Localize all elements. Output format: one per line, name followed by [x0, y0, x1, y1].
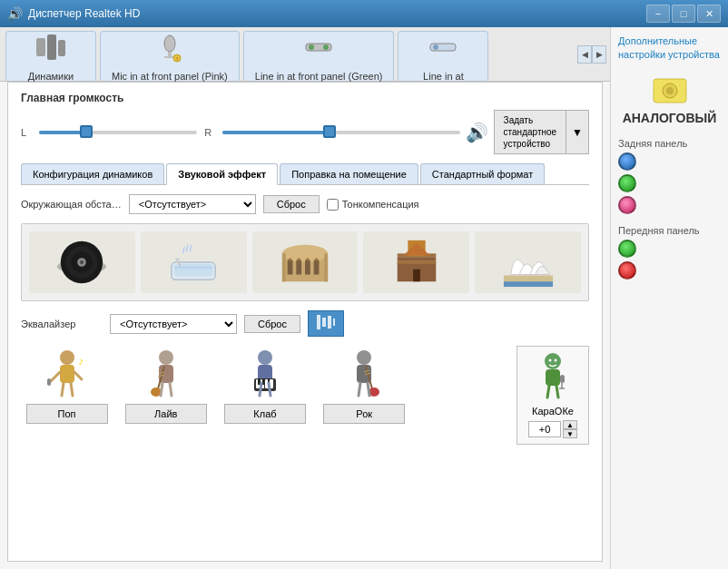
minimize-button[interactable]: −	[646, 5, 670, 23]
svg-point-9	[309, 44, 314, 50]
scene-colosseum[interactable]	[252, 231, 359, 293]
default-device-button[interactable]: Задать стандартное устройство ▼	[494, 110, 589, 154]
env-label: Окружающая обста…	[21, 199, 122, 210]
live-button[interactable]: Лайв	[125, 404, 207, 424]
club-icon	[233, 346, 297, 400]
titlebar-title: Диспетчер Realtek HD	[28, 7, 646, 20]
svg-rect-33	[305, 260, 310, 274]
jack-pink[interactable]	[618, 196, 636, 214]
svg-rect-32	[296, 260, 301, 274]
tab-line-front[interactable]: Line in at front panel (Green)	[243, 31, 395, 81]
jack-front-green[interactable]	[618, 240, 636, 258]
pop-button[interactable]: Поп	[26, 404, 108, 424]
inner-tabs: Конфигурация динамиков Звуковой эффект П…	[21, 163, 589, 185]
tab-nav-left[interactable]: ◀	[577, 45, 592, 64]
svg-line-49	[51, 372, 60, 381]
svg-point-55	[159, 350, 173, 365]
karaoke-value-input[interactable]	[528, 421, 561, 437]
svg-rect-36	[398, 260, 437, 264]
settings-link[interactable]: Дополнительные настройки устройства	[618, 34, 721, 63]
tab-nav-right[interactable]: ▶	[592, 45, 606, 64]
tab-sound-fx[interactable]: Звуковой эффект	[166, 163, 278, 185]
default-device-arrow[interactable]: ▼	[566, 110, 589, 154]
jack-green[interactable]	[618, 174, 636, 192]
vol-label-r: R	[204, 127, 215, 138]
tab-nav: ◀ ▶	[577, 27, 606, 81]
tab-line-in[interactable]: Line in at	[398, 31, 488, 81]
jack-green-row	[618, 174, 721, 192]
jack-blue-row	[618, 152, 721, 171]
content-area: Главная громкость L R �	[7, 82, 603, 562]
tab-speaker-config[interactable]: Конфигурация динамиков	[21, 163, 164, 184]
scene-opera[interactable]	[475, 231, 581, 293]
main-container: Динамики ! Mic in at front panel (Pink)	[0, 27, 728, 569]
svg-rect-23	[176, 258, 180, 263]
default-device-label[interactable]: Задать стандартное устройство	[494, 110, 566, 154]
tab-room-correction[interactable]: Поправка на помещение	[280, 163, 418, 184]
maximize-button[interactable]: □	[672, 5, 695, 23]
eq-select[interactable]: <Отсутствует>	[110, 314, 237, 334]
front-panel-title: Передняя панель	[618, 225, 721, 236]
analog-title: АНАЛОГОВЫЙ	[618, 111, 721, 125]
char-club: Клаб	[219, 346, 310, 424]
svg-rect-85	[560, 375, 565, 383]
mic-front-icon: !	[153, 31, 186, 69]
eq-reset-button[interactable]: Сброс	[244, 315, 300, 333]
scene-vinyl[interactable]	[29, 231, 135, 293]
svg-rect-0	[36, 38, 45, 56]
jack-pink-row	[618, 196, 721, 214]
tab-line-front-label: Line in at front panel (Green)	[255, 71, 383, 82]
svg-rect-31	[288, 260, 293, 274]
svg-point-18	[80, 260, 84, 264]
svg-rect-1	[47, 34, 56, 60]
svg-rect-40	[413, 270, 420, 282]
right-panel: Дополнительные настройки устройства АНАЛ…	[610, 27, 728, 569]
rock-button[interactable]: Рок	[323, 404, 405, 424]
svg-rect-41	[504, 276, 553, 283]
scene-bath[interactable]	[141, 231, 247, 293]
tab-dynamics[interactable]: Динамики	[5, 31, 96, 81]
svg-line-82	[368, 383, 369, 396]
svg-line-26	[190, 245, 192, 252]
eq-grid-button[interactable]	[308, 310, 344, 337]
karaoke-cell: КараОКе ▲ ▼	[516, 346, 589, 445]
karaoke-up-button[interactable]: ▲	[563, 420, 577, 429]
club-button[interactable]: Клаб	[224, 404, 306, 424]
svg-rect-46	[333, 319, 335, 326]
volume-section: Главная громкость L R �	[21, 92, 589, 154]
scene-logs[interactable]	[363, 231, 469, 293]
svg-point-12	[433, 44, 438, 50]
tab-standard-format[interactable]: Стандартный формат	[420, 163, 545, 184]
close-button[interactable]: ✕	[697, 5, 721, 23]
tab-mic-front[interactable]: ! Mic in at front panel (Pink)	[100, 31, 240, 81]
svg-rect-48	[60, 365, 74, 383]
svg-line-25	[186, 245, 188, 252]
volume-slider-r[interactable]	[222, 131, 459, 134]
jack-blue[interactable]	[618, 152, 636, 171]
eq-label: Эквалайзер	[21, 319, 103, 329]
jack-red-row	[618, 261, 721, 280]
rock-icon	[332, 346, 396, 400]
tab-line-in-label: Line in at	[423, 71, 464, 82]
toncomp-checkbox[interactable]	[327, 199, 339, 211]
jack-green2-row	[618, 240, 721, 258]
scene-grid	[21, 223, 589, 301]
tab-mic-front-label: Mic in at front panel (Pink)	[112, 71, 228, 82]
svg-rect-45	[328, 316, 331, 329]
char-live: Лайв	[120, 346, 212, 424]
svg-point-83	[545, 353, 561, 369]
volume-icon[interactable]: 🔊	[466, 122, 488, 143]
line-in-icon	[427, 31, 459, 69]
app-icon: 🔊	[7, 6, 23, 21]
svg-rect-70	[258, 379, 260, 385]
left-panel: Динамики ! Mic in at front panel (Pink)	[0, 27, 610, 569]
volume-slider[interactable]	[39, 131, 197, 134]
svg-rect-29	[282, 253, 286, 281]
svg-rect-42	[504, 281, 553, 287]
env-reset-button[interactable]: Сброс	[263, 195, 320, 213]
jack-front-red[interactable]	[618, 261, 636, 280]
env-select[interactable]: <Отсутствует>	[129, 194, 256, 214]
titlebar-controls: − □ ✕	[646, 5, 721, 23]
svg-rect-43	[317, 315, 320, 329]
karaoke-down-button[interactable]: ▼	[563, 429, 577, 438]
